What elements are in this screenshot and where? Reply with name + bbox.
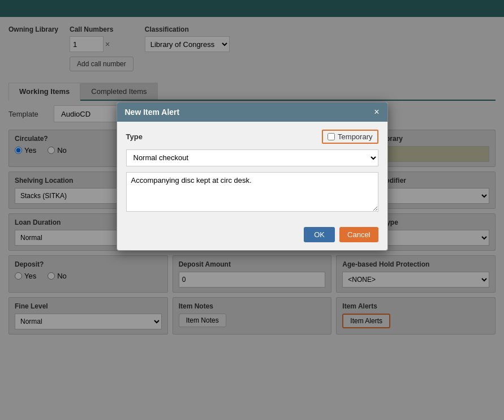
alert-text-area[interactable]: Accompanying disc kept at circ desk. <box>126 172 378 212</box>
modal-overlay: New Item Alert × Type Temporary Normal c… <box>0 0 504 420</box>
modal-header: New Item Alert × <box>117 102 387 122</box>
modal-type-label: Type <box>126 132 143 141</box>
new-item-alert-modal: New Item Alert × Type Temporary Normal c… <box>117 102 388 251</box>
cancel-button[interactable]: Cancel <box>339 227 378 242</box>
modal-body: Type Temporary Normal checkout Accompany… <box>117 122 387 221</box>
modal-close-button[interactable]: × <box>374 107 379 117</box>
ok-button[interactable]: OK <box>304 227 335 242</box>
modal-footer: OK Cancel <box>117 221 387 250</box>
temporary-checkbox[interactable]: Temporary <box>322 130 378 144</box>
temporary-label: Temporary <box>338 132 372 141</box>
modal-type-row: Type Temporary <box>126 130 378 144</box>
temporary-check[interactable] <box>328 133 335 140</box>
modal-title: New Item Alert <box>125 108 180 117</box>
main-page: Owning Library Call Numbers × Add call n… <box>0 0 504 420</box>
alert-type-select[interactable]: Normal checkout <box>126 149 378 166</box>
